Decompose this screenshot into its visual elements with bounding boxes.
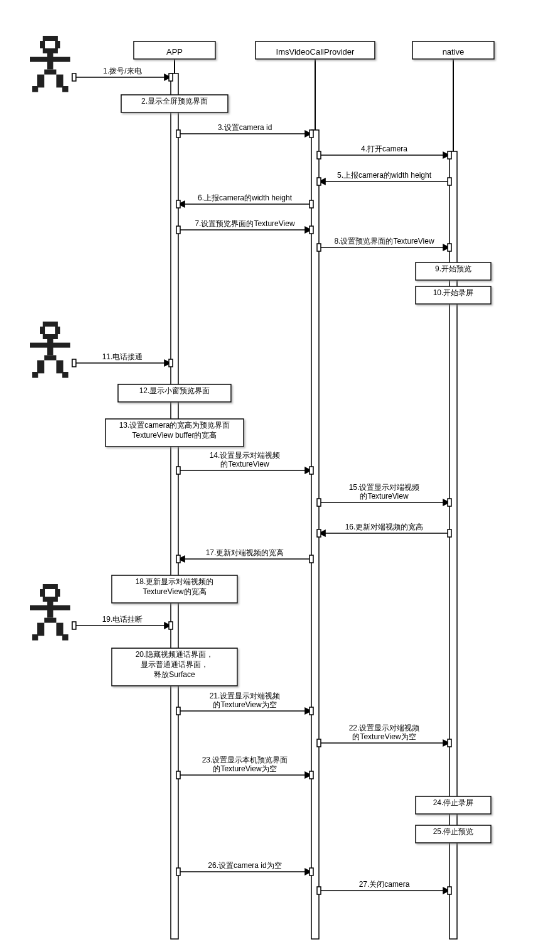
- message-label: 3.设置camera id: [218, 123, 272, 132]
- self-message-label: 释放Surface: [154, 670, 195, 679]
- sequence-diagram: APPImsVideoCallProvidernative1.拨号/来电2.显示…: [0, 0, 560, 949]
- svg-rect-20: [32, 372, 38, 378]
- actor-icon: [30, 322, 70, 378]
- call-mark: [317, 499, 321, 506]
- call-mark: [317, 244, 321, 251]
- message-label: 19.电话挂断: [102, 615, 143, 624]
- message-label: 11.电话接通: [102, 352, 143, 361]
- svg-rect-31: [32, 634, 38, 641]
- message-label: 8.设置预览界面的TextureView: [334, 237, 434, 246]
- call-mark: [448, 887, 451, 894]
- message-label: 17.更新对端视频的宽高: [206, 548, 284, 557]
- svg-rect-17: [44, 355, 56, 361]
- self-message-label: 10.开始录屏: [433, 288, 474, 297]
- svg-rect-6: [44, 70, 56, 75]
- svg-rect-16: [30, 343, 70, 348]
- svg-rect-9: [32, 86, 38, 92]
- call-mark: [448, 529, 451, 537]
- call-mark: [176, 868, 180, 876]
- message-label: 5.上报camera的width height: [337, 171, 432, 180]
- message-label: 23.设置显示本机预览界面: [202, 756, 288, 764]
- self-message-label: 20.隐藏视频通话界面，: [136, 650, 214, 659]
- message-label: 15.设置显示对端视频: [349, 483, 420, 492]
- participant-label-native: native: [443, 47, 465, 57]
- svg-rect-19: [57, 361, 63, 374]
- call-mark: [72, 622, 76, 629]
- call-mark: [317, 887, 321, 894]
- svg-rect-25: [55, 589, 60, 597]
- svg-rect-21: [62, 372, 68, 378]
- call-mark: [169, 622, 173, 629]
- call-mark: [317, 151, 321, 159]
- message-label: 的TextureView: [360, 492, 408, 501]
- svg-rect-5: [30, 57, 70, 62]
- message-label: 14.设置显示对端视频: [210, 451, 281, 460]
- actor-icon: [30, 584, 70, 641]
- message-label: 16.更新对端视频的宽高: [345, 523, 424, 531]
- self-message-label: TextureView buffer的宽高: [132, 431, 217, 440]
- self-message-label: 24.停止录屏: [433, 798, 474, 807]
- message-label: 的TextureView为空: [213, 764, 276, 773]
- svg-rect-13: [40, 327, 45, 334]
- svg-rect-2: [40, 41, 45, 48]
- call-mark: [176, 467, 180, 474]
- call-mark: [310, 868, 313, 876]
- call-mark: [176, 771, 180, 779]
- message-label: 的TextureView为空: [352, 732, 416, 741]
- message-label: 26.设置camera id为空: [208, 861, 281, 870]
- message-label: 21.设置显示对端视频: [210, 691, 281, 700]
- svg-rect-29: [37, 623, 44, 636]
- call-mark: [448, 244, 451, 251]
- svg-rect-22: [43, 584, 58, 589]
- call-mark: [176, 200, 180, 208]
- call-mark: [72, 73, 76, 81]
- call-mark: [169, 359, 173, 367]
- svg-rect-11: [43, 322, 58, 327]
- svg-rect-0: [43, 36, 58, 41]
- svg-rect-32: [62, 634, 68, 641]
- self-message-label: 2.显示全屏预览界面: [141, 97, 208, 106]
- svg-rect-1: [43, 48, 58, 53]
- self-message-label: 12.显示小窗预览界面: [139, 386, 210, 395]
- call-mark: [72, 359, 76, 367]
- call-mark: [317, 529, 321, 537]
- self-message-label: 25.停止预览: [433, 827, 474, 836]
- call-mark: [448, 151, 451, 159]
- call-mark: [310, 200, 313, 208]
- call-mark: [317, 739, 321, 747]
- svg-rect-3: [55, 41, 60, 48]
- actor-icon: [30, 36, 70, 92]
- participant-label-ims: ImsVideoCallProvider: [276, 47, 355, 57]
- svg-rect-8: [57, 75, 63, 88]
- call-mark: [310, 467, 313, 474]
- call-mark: [448, 739, 451, 747]
- svg-rect-18: [37, 361, 44, 374]
- svg-rect-23: [43, 597, 58, 602]
- call-mark: [310, 707, 313, 715]
- svg-rect-24: [40, 589, 45, 597]
- svg-rect-12: [43, 334, 58, 339]
- message-label: 1.拨号/来电: [103, 67, 141, 75]
- self-message-label: TextureView的宽高: [143, 587, 206, 596]
- call-mark: [310, 130, 313, 138]
- self-message-label: 13.设置camera的宽高为预览界面: [119, 421, 230, 430]
- svg-rect-28: [44, 618, 56, 623]
- participant-label-app: APP: [166, 47, 183, 57]
- self-message-label: 9.开始预览: [435, 264, 471, 273]
- call-mark: [176, 130, 180, 138]
- call-mark: [176, 226, 180, 234]
- call-mark: [176, 555, 180, 563]
- message-label: 27.关闭camera: [359, 880, 410, 889]
- call-mark: [317, 178, 321, 185]
- message-label: 的TextureView: [220, 460, 269, 469]
- svg-rect-10: [62, 86, 68, 92]
- message-label: 7.设置预览界面的TextureView: [195, 219, 294, 228]
- self-message-label: 18.更新显示对端视频的: [136, 577, 214, 586]
- message-label: 4.打开camera: [361, 144, 407, 153]
- call-mark: [448, 499, 451, 506]
- message-label: 6.上报camera的width height: [198, 193, 293, 202]
- message-label: 的TextureView为空: [213, 700, 276, 709]
- message-label: 22.设置显示对端视频: [349, 724, 420, 732]
- call-mark: [169, 73, 173, 81]
- svg-rect-27: [30, 605, 70, 610]
